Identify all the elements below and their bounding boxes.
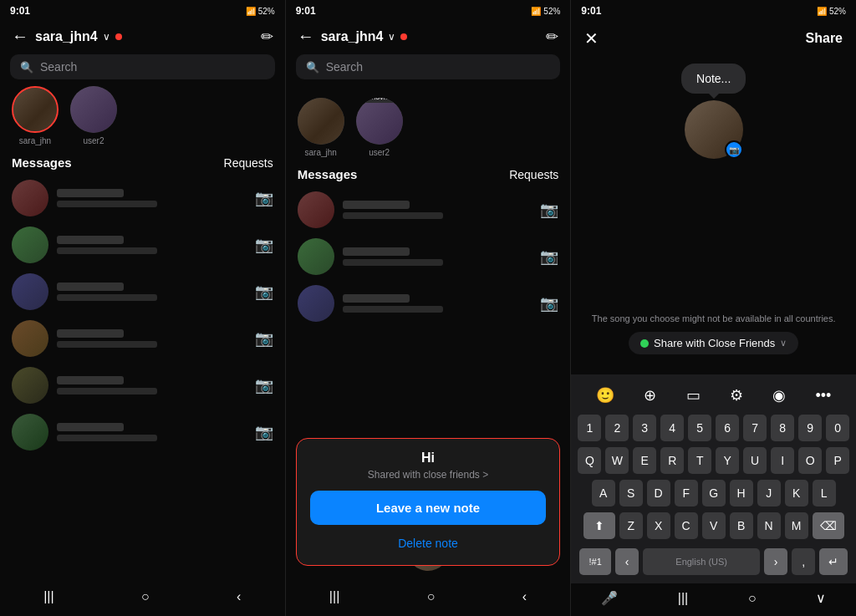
table-row[interactable]: 📷 [7,362,278,409]
key-j[interactable]: J [757,480,781,507]
edit-button-2[interactable]: ✏ [546,28,558,46]
story-item-2[interactable]: user2 [69,86,119,145]
key-v[interactable]: V [702,512,726,539]
table-row[interactable]: 📷 [7,315,278,362]
key-o[interactable]: O [798,447,822,474]
settings-toolbar-button[interactable]: ⚙ [725,383,748,408]
backspace-key[interactable]: ⌫ [813,512,844,539]
table-row[interactable]: 📷 [293,233,564,280]
key-l[interactable]: L [813,480,836,507]
prev-lang-key[interactable]: ‹ [615,548,639,575]
key-3[interactable]: 3 [633,415,656,441]
comma-key[interactable]: , [792,548,815,575]
sticker-toolbar-button[interactable]: ⊕ [639,383,661,408]
story-item-1[interactable]: Hi sara_jhn [10,86,60,145]
mic-btn-3[interactable]: 🎤 [584,587,634,609]
story-label-2: user2 [83,136,104,145]
key-y[interactable]: Y [716,447,739,474]
key-b[interactable]: B [730,512,753,539]
key-x[interactable]: X [647,512,670,539]
audio-toolbar-button[interactable]: ◉ [767,383,791,408]
share-button-3[interactable]: Share [806,31,843,46]
key-1[interactable]: 1 [578,415,601,441]
requests-label-1[interactable]: Requests [224,156,273,170]
nav-lines-1[interactable]: ||| [27,586,70,608]
nav-lines-2[interactable]: ||| [313,586,356,608]
key-k[interactable]: K [785,480,808,507]
msg-preview [343,259,443,266]
shared-with-text[interactable]: Shared with close friends > [310,469,547,481]
key-g[interactable]: G [702,480,726,507]
nav-down-3[interactable]: ∨ [799,587,843,609]
nav-home-2[interactable]: ○ [410,586,452,608]
key-u[interactable]: U [743,447,767,474]
key-7[interactable]: 7 [743,415,767,441]
key-0[interactable]: 0 [826,415,849,441]
status-time-1: 9:01 [10,5,30,17]
key-6[interactable]: 6 [716,415,739,441]
search-bar-2[interactable]: 🔍 Search [296,54,561,79]
messages-label-1: Messages [12,155,72,170]
search-placeholder-1: Search [40,60,77,74]
edit-button-1[interactable]: ✏ [261,28,273,46]
key-q[interactable]: Q [578,447,601,474]
key-p[interactable]: P [826,447,849,474]
nav-home-1[interactable]: ○ [125,586,166,608]
key-f[interactable]: F [675,480,698,507]
key-r[interactable]: R [660,447,684,474]
key-8[interactable]: 8 [771,415,794,441]
table-row[interactable]: 📷 [7,409,278,456]
kb-row-qwerty: Q W E R T Y U I O P [578,447,849,474]
leave-note-button[interactable]: Leave a new note [310,491,547,525]
close-button-3[interactable]: ✕ [584,28,599,48]
table-row[interactable]: 📷 [293,280,564,327]
spacebar[interactable]: English (US) [643,548,760,575]
msg-name [57,189,124,197]
status-icons-1: 📶 52% [246,7,275,16]
table-row[interactable]: 📷 [7,221,278,268]
story-item-3[interactable]: Hi sara_jhn [296,86,346,157]
table-row[interactable]: 📷 [7,268,278,315]
key-d[interactable]: D [647,480,670,507]
key-a[interactable]: A [592,480,615,507]
story-item-4[interactable]: Introducegoodmovie user2 [354,86,405,157]
key-4[interactable]: 4 [660,415,684,441]
requests-label-2[interactable]: Requests [509,168,558,181]
more-toolbar-button[interactable]: ••• [810,384,836,408]
emoji-toolbar-button[interactable]: 🙂 [591,383,619,408]
status-time-2: 9:01 [296,5,316,17]
camera-icon: 📷 [540,294,558,313]
enter-key[interactable]: ↵ [819,548,848,575]
key-n[interactable]: N [757,512,781,539]
key-s[interactable]: S [619,480,643,507]
nav-back-1[interactable]: ‹ [220,586,257,608]
back-button-1[interactable]: ← [12,27,28,46]
delete-note-button[interactable]: Delete note [310,533,547,553]
nav-back-2[interactable]: ‹ [506,586,543,608]
nav-lines-3[interactable]: ||| [661,588,705,609]
search-bar-1[interactable]: 🔍 Search [10,54,275,79]
back-button-2[interactable]: ← [298,27,314,46]
key-t[interactable]: T [688,447,711,474]
key-2[interactable]: 2 [605,415,629,441]
stories-row-2: Hi sara_jhn Introducegoodmovie user2 [286,86,571,164]
next-lang-key[interactable]: › [764,548,787,575]
key-m[interactable]: M [785,512,808,539]
key-z[interactable]: Z [619,512,643,539]
share-with-friends-button[interactable]: Share with Close Friends ∨ [629,332,798,354]
table-row[interactable]: 📷 [7,175,278,221]
shift-key[interactable]: ⬆ [583,512,615,539]
username-2: sara_jhn4 [321,29,384,44]
key-5[interactable]: 5 [688,415,711,441]
key-9[interactable]: 9 [798,415,822,441]
key-i[interactable]: I [771,447,794,474]
section-header-2: Messages Requests [286,164,571,186]
key-w[interactable]: W [605,447,629,474]
symbols-key[interactable]: !#1 [579,548,611,575]
table-row[interactable]: 📷 [293,186,564,233]
key-h[interactable]: H [730,480,753,507]
key-c[interactable]: C [675,512,698,539]
key-e[interactable]: E [633,447,656,474]
nav-home-3[interactable]: ○ [731,588,773,609]
gif-toolbar-button[interactable]: ▭ [681,383,706,408]
